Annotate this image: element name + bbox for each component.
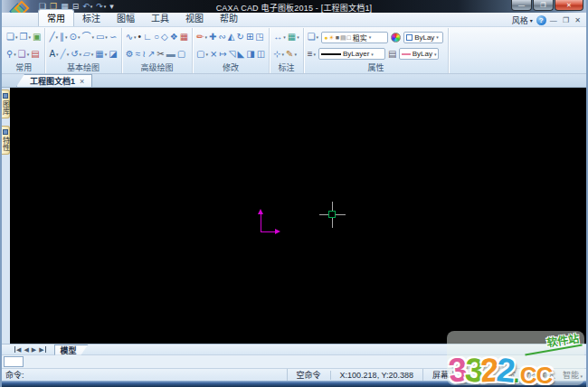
color-select[interactable]: ByLay ▾ [403, 32, 443, 43]
hatch-icon: ╱ [61, 50, 66, 59]
tab-nav-prev-icon[interactable]: ◀ [24, 346, 28, 353]
hatch-button[interactable]: ╱▾ [60, 47, 71, 61]
offset-button[interactable]: ∾ [217, 30, 226, 44]
line-button[interactable]: ╱▾ [48, 30, 59, 44]
circle-button[interactable]: ⊙▾ [68, 30, 81, 44]
watermark-text: 3322 . CC [449, 354, 552, 387]
ribbon-tab[interactable]: 常用 [38, 9, 74, 26]
mirror-icon: ◭ [228, 33, 235, 42]
plot-button[interactable]: ❑▾ [17, 47, 30, 61]
linetype-select[interactable]: ByLayer ▾ [318, 48, 385, 60]
minimize-button[interactable]: — [511, 0, 532, 11]
sidebar-tab[interactable]: 特性 [2, 126, 10, 155]
region-button[interactable]: ▢ [176, 47, 186, 61]
rivet-button[interactable]: ▬ [166, 47, 176, 61]
dimension-button[interactable]: ↔▾ [272, 30, 287, 44]
sweep-button[interactable]: ↺▾ [70, 47, 82, 61]
color-value: ByLay [414, 33, 434, 42]
layer-lock-icon: ■ [336, 34, 339, 41]
erase-button[interactable]: ✏▾ [195, 30, 208, 44]
cut-button[interactable]: ✂ [156, 47, 165, 61]
ribbon-tab[interactable]: 视图 [177, 10, 212, 26]
text-button[interactable]: A▾ [48, 47, 59, 61]
paste-button[interactable]: ❏▾ [5, 30, 18, 44]
tab-nav-first-icon[interactable]: ◀ [14, 346, 21, 353]
close-button[interactable]: ✕ [555, 0, 583, 11]
extend-button[interactable]: ↦ [218, 47, 227, 61]
zoom-button[interactable]: ⚲▾ [5, 47, 17, 61]
stretch-button[interactable]: ◫ [256, 47, 266, 61]
array-icon: ⊞ [246, 33, 253, 42]
gear-button[interactable]: ⚙ [125, 47, 135, 61]
chevron-down-icon: ▾ [65, 34, 68, 40]
ribbon-tab[interactable]: 图幅 [109, 10, 143, 26]
ribbon-tab[interactable]: 工具 [143, 10, 177, 26]
drawing-canvas[interactable] [10, 88, 586, 344]
table-button[interactable]: ▦ [179, 30, 189, 44]
sketch-button[interactable]: ◪ [108, 47, 118, 61]
cursor-coordinates: X:100.218, Y:20.388 [330, 371, 422, 380]
grid-button[interactable]: ▦▾ [94, 47, 108, 61]
style-button[interactable]: 风格 ▾ [512, 14, 533, 26]
match-button[interactable]: ◨ [245, 47, 255, 61]
coordinate-button[interactable]: ⊹▾ [272, 47, 285, 61]
tab-nav-last-icon[interactable]: ▶ [39, 346, 45, 353]
maximize-button[interactable]: ❐ [533, 0, 554, 11]
copy-button[interactable]: ❐▾ [18, 30, 31, 44]
array-button[interactable]: ⊞ [245, 30, 254, 44]
block-icon: ▱ [83, 50, 90, 59]
command-input[interactable] [4, 356, 24, 367]
mirror-button[interactable]: ◭ [227, 30, 236, 44]
ribbon-tab[interactable]: 帮助 [212, 10, 246, 26]
command-mode: 空命令 [287, 369, 330, 381]
curve-button[interactable]: ∽ [109, 30, 118, 44]
doc-window-controls[interactable]: — ❐ ✕ [550, 16, 583, 24]
ribbon-group: ∿▾•∟○◇❖▦⚙≈≀↗✂▬▢高级绘图 [122, 28, 193, 73]
dim-edit-button[interactable]: ✎▾ [285, 47, 298, 61]
dimstyle-select[interactable]: ByLay ▾ [399, 48, 439, 60]
match-icon: ◨ [246, 50, 254, 59]
chevron-down-icon: ▾ [317, 34, 319, 40]
fillet-button[interactable]: ◹ [228, 47, 237, 61]
ellipse-button[interactable]: ○ [153, 30, 160, 44]
layer-select[interactable]: ●☀■▤□ 粗实 ▾ [321, 32, 388, 43]
layer-button[interactable]: ❏ ▾ [307, 30, 319, 44]
lineweight-button[interactable]: ▤ [387, 47, 397, 61]
library-button[interactable]: ▤ [30, 47, 40, 61]
library-icon: ▤ [31, 50, 39, 59]
sidebar-tab[interactable]: 图库 [2, 90, 10, 118]
arrow-button[interactable]: ↗ [147, 47, 156, 61]
watermark-digit: 2 [495, 353, 514, 387]
document-tab[interactable]: 工程图文档1 × [16, 74, 92, 87]
figure-button[interactable]: ❖ [169, 30, 179, 44]
select-button[interactable]: ▢▾ [195, 47, 209, 61]
chevron-down-icon: ▾ [15, 34, 18, 40]
block-button[interactable]: ▱▾ [82, 47, 94, 61]
model-tab[interactable]: 模型 [54, 345, 89, 355]
chamfer-button[interactable]: ◣ [237, 47, 246, 61]
rotate-button[interactable]: ↻ [235, 30, 244, 44]
parallel-line-button[interactable]: ∥▾ [59, 30, 69, 44]
line-icon: ╱ [49, 33, 54, 42]
move-button[interactable]: ✚ [208, 30, 217, 44]
color-wheel-icon[interactable] [391, 33, 401, 42]
ribbon-tab-row: 常用标注图幅工具视图帮助 风格 ▾ ? — ❐ ✕ [2, 13, 586, 27]
help-icon[interactable]: ? [536, 15, 546, 25]
trim-icon: ⨯ [210, 50, 217, 59]
ribbon-tab[interactable]: 标注 [74, 10, 109, 26]
tab-nav-next-icon[interactable]: ▶ [32, 346, 36, 353]
spline-button[interactable]: ∿▾ [125, 30, 138, 44]
contour-button[interactable]: ∟ [142, 30, 153, 44]
wave-line-button[interactable]: ≈ [135, 47, 142, 61]
tab-close-icon[interactable]: × [80, 77, 84, 86]
image-button[interactable]: ▣ [32, 30, 42, 44]
chevron-down-icon: ▾ [80, 52, 82, 57]
rectangle-button[interactable]: ▭▾ [95, 30, 109, 44]
linewidth-button[interactable]: ≡ ▾ [307, 47, 317, 61]
scale-button[interactable]: ◳ [254, 30, 264, 44]
trim-button[interactable]: ⨯ [209, 47, 218, 61]
polygon-icon: ◇ [161, 33, 168, 42]
arc-button[interactable]: ⌒▾ [81, 30, 95, 44]
datum-button[interactable]: ▦▾ [287, 30, 300, 44]
polygon-button[interactable]: ◇ [160, 30, 169, 44]
